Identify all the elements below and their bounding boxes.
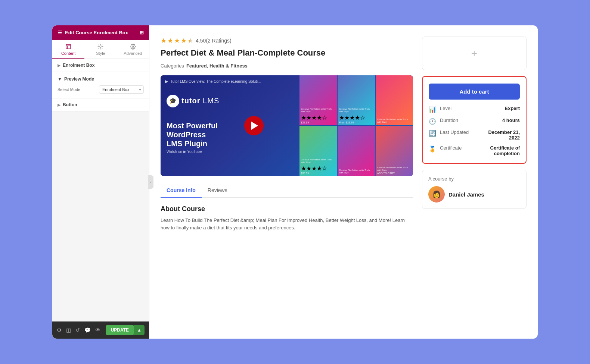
tutor-logo: 🎓 tutor LMS xyxy=(167,95,294,107)
video-overlay-left: 🎓 tutor LMS Most Powerful WordPress LMS … xyxy=(161,75,299,176)
refresh-icon: 🔄 xyxy=(429,130,436,137)
duration-icon: 🕐 xyxy=(429,118,436,125)
certificate-icon: 🏅 xyxy=(429,145,436,153)
history-icon[interactable]: ↺ xyxy=(75,327,80,333)
select-mode-input[interactable]: Enrolment Box Course Info Review xyxy=(99,85,144,94)
main-content: ★ ★ ★ ★ ★★ 4.50(2 Ratings) Perfect Diet … xyxy=(149,25,538,339)
sidebar: ☰ Edit Course Enrolment Box ⊞ Content St… xyxy=(52,25,149,339)
sidebar-empty-area xyxy=(52,112,149,321)
categories-values: Featured, Health & Fitness xyxy=(186,63,248,69)
author-name: Daniel James xyxy=(448,191,484,198)
grid-cell-5: Creative Nonfiction: write Truth with St… xyxy=(338,126,375,176)
star-rating: ★ ★ ★ ★ ★★ xyxy=(161,37,193,45)
chevron-icon-2: ▶ xyxy=(58,103,60,107)
chevron-down-icon: ▼ xyxy=(58,76,62,82)
plus-icon: + xyxy=(471,47,477,59)
tab-reviews[interactable]: Reviews xyxy=(202,183,233,198)
avatar-emoji: 👩 xyxy=(432,190,441,198)
sidebar-footer: ⚙ ◫ ↺ 💬 👁 UPDATE ▲ xyxy=(52,321,149,339)
meta-last-updated: 🔄 Last Updated December 21, 2022 xyxy=(429,129,520,141)
add-to-cart-button[interactable]: Add to cart xyxy=(429,84,520,100)
star-4: ★ xyxy=(181,37,187,45)
meta-level: 📊 Level Expert xyxy=(429,106,520,113)
about-course-title: About Course xyxy=(161,205,413,213)
layers-icon[interactable]: ◫ xyxy=(66,327,71,333)
star-2: ★ xyxy=(167,37,173,45)
rating-row: ★ ★ ★ ★ ★★ 4.50(2 Ratings) xyxy=(161,37,413,45)
author-box: A course by 👩 Daniel James xyxy=(422,170,527,209)
tab-style[interactable]: Style xyxy=(84,40,117,59)
sidebar-header: ☰ Edit Course Enrolment Box ⊞ xyxy=(52,25,149,40)
sidebar-tabs: Content Style Advanced xyxy=(52,40,149,59)
star-3: ★ xyxy=(174,37,180,45)
video-grid-right: Creative Nonfiction: write Truth with St… xyxy=(299,75,413,176)
tutor-logo-area: 🎓 tutor LMS xyxy=(167,95,294,107)
level-icon: 📊 xyxy=(429,106,436,113)
course-content-left: ★ ★ ★ ★ ★★ 4.50(2 Ratings) Perfect Diet … xyxy=(161,37,413,331)
svg-point-4 xyxy=(132,46,134,47)
enroll-box: Add to cart 📊 Level Expert 🕐 Duration 4 … xyxy=(422,76,527,164)
tutor-icon: 🎓 xyxy=(167,95,179,107)
tutor-text: tutor LMS xyxy=(181,97,219,105)
author-row: 👩 Daniel James xyxy=(428,186,520,203)
chevron-icon: ▶ xyxy=(58,63,60,68)
tab-content[interactable]: Content xyxy=(52,40,84,59)
course-title: Perfect Diet & Meal Plan-Complete Course xyxy=(161,48,413,59)
content-right-panel: + Add to cart 📊 Level Expert 🕐 Duration … xyxy=(422,37,527,331)
select-mode-row: Select Mode Enrolment Box Course Info Re… xyxy=(58,85,144,94)
grid-cell-1: Creative Nonfiction: write Truth with St… xyxy=(299,75,337,125)
update-button[interactable]: UPDATE xyxy=(106,325,134,335)
button-section[interactable]: ▶ Button xyxy=(52,98,149,112)
add-widget-box[interactable]: + xyxy=(422,37,527,70)
star-5-half: ★★ xyxy=(187,37,193,45)
star-1: ★ xyxy=(161,37,167,45)
svg-rect-0 xyxy=(66,44,71,49)
grid-cell-2: Creative Nonfiction: write Truth with St… xyxy=(338,75,375,125)
sidebar-collapse-handle[interactable]: ‹ xyxy=(148,175,153,189)
svg-point-3 xyxy=(100,46,101,47)
preview-mode-section: ▼ Preview Mode Select Mode Enrolment Box… xyxy=(52,72,149,98)
chat-icon[interactable]: 💬 xyxy=(84,327,91,333)
categories-label: Categories xyxy=(161,63,184,69)
settings-icon[interactable]: ⚙ xyxy=(57,327,62,333)
course-tabs: Course Info Reviews xyxy=(161,183,413,198)
youtube-label: Watch on ▶ YouTube xyxy=(167,150,294,154)
categories-row: Categories Featured, Health & Fitness xyxy=(161,63,413,69)
grid-icon[interactable]: ⊞ xyxy=(140,30,144,35)
about-course-text: Learn How To Build The Perfect Diet &amp… xyxy=(161,217,413,232)
author-avatar: 👩 xyxy=(428,186,445,203)
footer-tool-icons: ⚙ ◫ ↺ 💬 👁 xyxy=(57,327,100,333)
course-meta: 📊 Level Expert 🕐 Duration 4 hours 🔄 Last… xyxy=(429,106,520,156)
select-mode-label: Select Mode xyxy=(58,87,80,92)
update-btn-group: UPDATE ▲ xyxy=(106,325,145,335)
tab-advanced[interactable]: Advanced xyxy=(117,40,149,59)
grid-cell-4: Creative Nonfiction: write Truth with St… xyxy=(299,126,337,176)
select-mode-wrapper[interactable]: Enrolment Box Course Info Review xyxy=(99,85,144,94)
meta-duration: 🕐 Duration 4 hours xyxy=(429,117,520,125)
video-headline: Most Powerful WordPress LMS Plugin xyxy=(167,121,294,148)
grid-cell-6: Creative Nonfiction: write Truth with St… xyxy=(376,126,413,176)
author-section-label: A course by xyxy=(428,176,520,182)
rating-text: 4.50(2 Ratings) xyxy=(196,38,232,44)
video-headline-area: Most Powerful WordPress LMS Plugin Watch… xyxy=(167,121,294,165)
meta-certificate: 🏅 Certificate Certificate of completion xyxy=(429,145,520,156)
update-dropdown-button[interactable]: ▲ xyxy=(134,325,145,335)
course-video[interactable]: ▶ Tutor LMS Overview: The Complete eLear… xyxy=(161,75,413,176)
play-button[interactable] xyxy=(244,116,264,135)
menu-icon: ☰ xyxy=(58,30,62,35)
eye-icon[interactable]: 👁 xyxy=(95,327,100,333)
preview-mode-toggle[interactable]: ▼ Preview Mode xyxy=(58,76,144,82)
enrolment-box-section[interactable]: ▶ Enrolment Box xyxy=(52,59,149,72)
tab-course-info[interactable]: Course Info xyxy=(161,183,202,198)
grid-cell-3: Creative Nonfiction: write Truth with St… xyxy=(376,75,413,125)
sidebar-header-title: Edit Course Enrolment Box xyxy=(65,30,128,35)
